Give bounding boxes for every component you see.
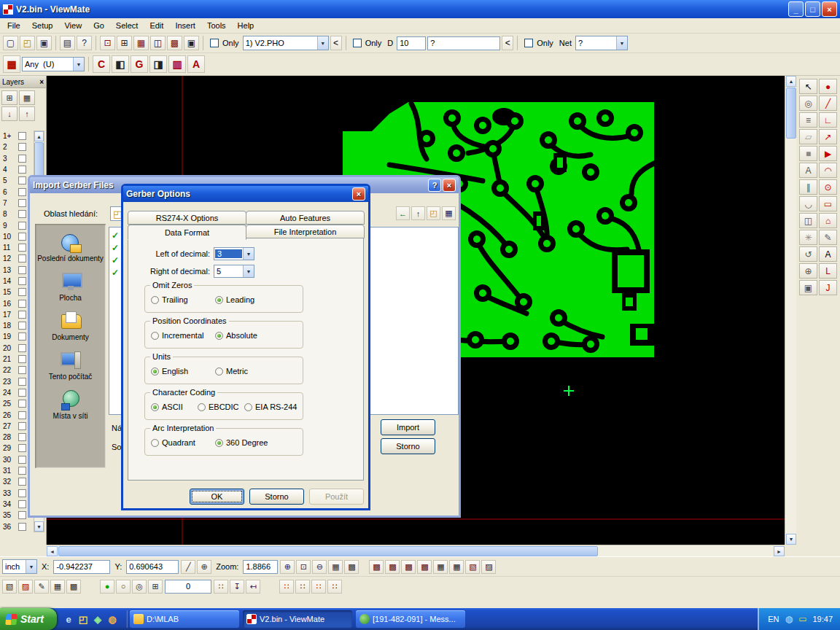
draw-corner-tool-icon[interactable]: ∟ — [819, 112, 837, 128]
filled-square-tool-icon[interactable]: ■ — [799, 146, 817, 161]
help-button[interactable]: ? — [428, 179, 441, 192]
language-indicator[interactable]: EN — [768, 615, 779, 623]
scroll-down-icon[interactable]: ▼ — [786, 534, 796, 545]
arc-down-tool-icon[interactable]: ◡ — [799, 196, 817, 211]
radio-ebcdic-circle[interactable] — [198, 403, 206, 411]
dcode-filter-input[interactable]: ? — [427, 36, 500, 50]
radio-metric[interactable]: Metric — [215, 367, 279, 376]
maximize-button[interactable]: □ — [805, 1, 820, 17]
scroll-up-icon[interactable]: ▲ — [34, 131, 44, 141]
film-view-icon[interactable]: ▨ — [18, 580, 33, 594]
copy-aperture-icon[interactable]: C — [93, 55, 110, 73]
chevron-down-icon[interactable]: ▼ — [317, 36, 328, 50]
menu-item-file[interactable]: File — [1, 20, 26, 31]
layer-color-swatch[interactable] — [18, 176, 26, 184]
star-burst-tool-icon[interactable]: ✳ — [799, 230, 817, 245]
aperture-grid-icon[interactable]: ▦ — [3, 55, 20, 73]
right-decimal-combo[interactable]: 5 ▼ — [214, 265, 254, 278]
film-2-icon[interactable]: ▩ — [385, 560, 400, 574]
mask-film-icon[interactable]: ▨ — [481, 560, 496, 574]
units-combo[interactable]: inch ▼ — [2, 559, 37, 574]
snap-lines-tool-icon[interactable]: ≡ — [799, 112, 817, 128]
layer-color-swatch[interactable] — [18, 344, 26, 352]
internet-explorer-icon[interactable]: e — [63, 613, 74, 625]
layer-color-swatch[interactable] — [18, 155, 26, 163]
only-net-checkbox[interactable] — [524, 39, 533, 47]
edit-film-icon[interactable]: ▧ — [465, 560, 480, 574]
layer-color-swatch[interactable] — [18, 143, 26, 151]
highlight-icon[interactable]: ◫ — [150, 36, 166, 50]
dot-pattern-1-icon[interactable]: ∷ — [279, 580, 294, 594]
menu-item-setup[interactable]: Setup — [26, 20, 59, 31]
move-diagonal-tool-icon[interactable]: ↗ — [819, 129, 837, 144]
layers-close-icon[interactable]: × — [39, 78, 44, 86]
menu-item-insert[interactable]: Insert — [169, 20, 201, 31]
overlay-2-icon[interactable]: ▦ — [449, 560, 464, 574]
chevron-down-icon[interactable]: ▼ — [26, 560, 36, 573]
select-net-icon[interactable]: ▩ — [167, 36, 182, 50]
save-file-icon[interactable]: ▣ — [36, 36, 52, 50]
probe-icon[interactable]: ◎ — [132, 580, 147, 594]
swap-aperture-icon[interactable]: ◧ — [112, 55, 129, 73]
scroll-down-icon[interactable]: ▼ — [34, 521, 44, 532]
apply-button[interactable]: Použít — [309, 489, 364, 505]
layer-color-swatch[interactable] — [18, 166, 26, 174]
layer-row-36[interactable]: 36 — [1, 521, 33, 532]
folder-explorer-icon[interactable]: ◰ — [77, 613, 89, 625]
layer-colors-icon[interactable]: ▦ — [19, 90, 35, 105]
net-combo[interactable]: ? ▼ — [575, 36, 628, 50]
radio-metric-circle[interactable] — [215, 368, 223, 376]
dot-pattern-3-icon[interactable]: ∷ — [311, 580, 326, 594]
import-button[interactable]: Import — [381, 419, 435, 435]
layer-color-swatch[interactable] — [18, 378, 26, 386]
only-layer-checkbox[interactable] — [210, 39, 219, 47]
radio-ascii-circle[interactable] — [151, 403, 159, 411]
layer-color-swatch[interactable] — [18, 489, 26, 497]
layer-color-swatch[interactable] — [18, 244, 26, 252]
zoom-out-icon[interactable]: ⊖ — [312, 560, 327, 574]
menu-item-go[interactable]: Go — [88, 20, 110, 31]
layer-color-swatch[interactable] — [18, 266, 26, 274]
cancel-button[interactable]: Storno — [249, 489, 304, 505]
aperture-text-icon[interactable]: A — [187, 55, 205, 73]
radio-360-degree[interactable]: 360 Degree — [215, 438, 279, 447]
radio-trailing[interactable]: Trailing — [151, 295, 215, 304]
layer-row-2[interactable]: 2 — [1, 141, 33, 152]
layer-color-swatch[interactable] — [18, 210, 26, 218]
draw-mode-icon[interactable]: ✎ — [34, 580, 49, 594]
layer-color-swatch[interactable] — [18, 478, 26, 486]
start-button[interactable]: Start — [0, 608, 57, 630]
layer-color-swatch[interactable] — [18, 389, 26, 397]
chevron-down-icon[interactable]: ▼ — [616, 36, 627, 50]
dot-pattern-2-icon[interactable]: ∷ — [295, 580, 310, 594]
open-file-icon[interactable]: ◰ — [20, 36, 35, 50]
grid-small-icon[interactable]: ⊞ — [148, 580, 163, 594]
close-icon[interactable]: × — [443, 179, 456, 192]
ok-button[interactable]: OK — [190, 489, 244, 505]
layer-color-swatch[interactable] — [18, 355, 26, 363]
radio-quadrant-circle[interactable] — [151, 439, 159, 447]
zoom-field[interactable]: 1.8866 — [243, 560, 278, 574]
layer-color-swatch[interactable] — [18, 366, 26, 374]
prev-layer-button[interactable]: < — [330, 36, 342, 50]
draw-arc-tool-icon[interactable]: ◠ — [819, 163, 837, 178]
radio-trailing-circle[interactable] — [151, 296, 159, 304]
layer-color-swatch[interactable] — [18, 199, 26, 207]
layer-color-swatch[interactable] — [18, 456, 26, 464]
menu-item-select[interactable]: Select — [110, 20, 144, 31]
print-icon[interactable]: ▤ — [60, 36, 75, 50]
close-button[interactable]: × — [822, 1, 837, 17]
scroll-thumb[interactable] — [58, 546, 598, 556]
layer-up-icon[interactable]: ↑ — [19, 106, 35, 121]
canvas-vscrollbar[interactable]: ▲ ▼ — [785, 76, 796, 545]
polygon-tool-icon[interactable]: ⌂ — [819, 213, 837, 228]
scroll-up-icon[interactable]: ▲ — [786, 76, 796, 87]
left-decimal-combo[interactable]: 3 ▼ — [214, 247, 254, 260]
grid-snap-icon[interactable]: ▩ — [344, 560, 359, 574]
close-icon[interactable]: × — [352, 187, 365, 201]
new-file-icon[interactable]: ▢ — [3, 36, 18, 50]
segment-tool-icon[interactable]: ▶ — [819, 146, 837, 161]
layer-color-swatch[interactable] — [18, 300, 26, 308]
draw-line-tool-icon[interactable]: ╱ — [819, 96, 837, 111]
zoom-window-icon[interactable]: ⊡ — [296, 560, 311, 574]
